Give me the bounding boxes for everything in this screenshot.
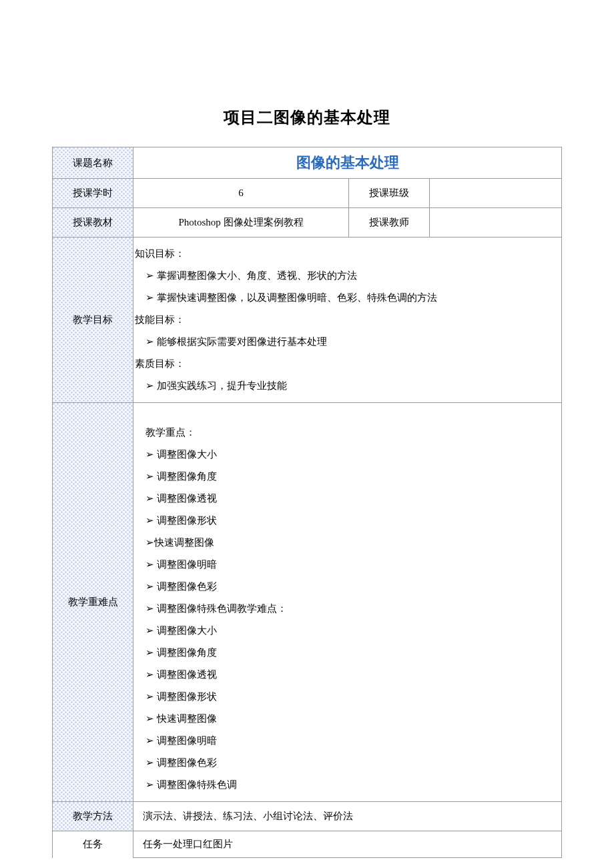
key-point-7: ➢ 调整图像色彩 (133, 576, 555, 598)
value-task: 任务一处理口红图片 (133, 831, 562, 858)
label-textbook: 授课教材 (53, 208, 133, 238)
row-topic: 课题名称 图像的基本处理 (53, 147, 562, 179)
label-teacher: 授课教师 (349, 208, 430, 238)
objectives-knowledge-heading: 知识目标： (133, 243, 555, 265)
spacer (133, 408, 555, 422)
objectives-quality-heading: 素质目标： (133, 353, 555, 375)
label-task: 任务 (53, 831, 133, 858)
label-class: 授课班级 (349, 179, 430, 208)
difficult-2: ➢ 调整图像角度 (133, 642, 555, 664)
difficult-7: ➢ 调整图像色彩 (133, 752, 555, 774)
difficult-8: ➢ 调整图像特殊色调 (133, 774, 555, 796)
key-point-4: ➢ 调整图像形状 (133, 510, 555, 532)
key-point-3: ➢ 调整图像透视 (133, 488, 555, 510)
objectives-knowledge-1: ➢ 掌握调整图像大小、角度、透视、形状的方法 (133, 265, 555, 287)
lesson-plan-table: 课题名称 图像的基本处理 授课学时 6 授课班级 授课教材 Photoshop … (52, 147, 562, 858)
row-task: 任务 任务一处理口红图片 (53, 831, 562, 858)
label-objectives: 教学目标 (53, 238, 133, 403)
objectives-quality-1: ➢ 加强实践练习，提升专业技能 (133, 375, 555, 397)
key-point-6: ➢ 调整图像明暗 (133, 554, 555, 576)
key-point-heading: 教学重点： (133, 422, 555, 444)
key-point-2: ➢ 调整图像角度 (133, 466, 555, 488)
key-point-5: ➢快速调整图像 (133, 532, 555, 554)
difficult-1: ➢ 调整图像大小 (133, 620, 555, 642)
label-key-difficult: 教学重难点 (53, 403, 133, 802)
difficult-4: ➢ 调整图像形状 (133, 686, 555, 708)
label-method: 教学方法 (53, 802, 133, 831)
objectives-knowledge-2: ➢ 掌握快速调整图像，以及调整图像明暗、色彩、特殊色调的方法 (133, 287, 555, 309)
difficult-5: ➢ 快速调整图像 (133, 708, 555, 730)
key-point-8: ➢ 调整图像特殊色调教学难点： (133, 598, 555, 620)
value-objectives: 知识目标： ➢ 掌握调整图像大小、角度、透视、形状的方法 ➢ 掌握快速调整图像，… (133, 238, 562, 403)
value-hours: 6 (133, 179, 349, 208)
value-textbook: Photoshop 图像处理案例教程 (133, 208, 349, 238)
value-key-difficult: 教学重点： ➢ 调整图像大小 ➢ 调整图像角度 ➢ 调整图像透视 ➢ 调整图像形… (133, 403, 562, 802)
value-teacher (430, 208, 562, 238)
difficult-6: ➢ 调整图像明暗 (133, 730, 555, 752)
difficult-3: ➢ 调整图像透视 (133, 664, 555, 686)
objectives-skill-heading: 技能目标： (133, 309, 555, 331)
key-point-1: ➢ 调整图像大小 (133, 444, 555, 466)
row-textbook: 授课教材 Photoshop 图像处理案例教程 授课教师 (53, 208, 562, 238)
value-method: 演示法、讲授法、练习法、小组讨论法、评价法 (133, 802, 562, 831)
row-key-difficult: 教学重难点 教学重点： ➢ 调整图像大小 ➢ 调整图像角度 ➢ 调整图像透视 ➢… (53, 403, 562, 802)
value-topic: 图像的基本处理 (133, 147, 562, 179)
objectives-skill-1: ➢ 能够根据实际需要对图像进行基本处理 (133, 331, 555, 353)
value-class (430, 179, 562, 208)
label-hours: 授课学时 (53, 179, 133, 208)
page-title: 项目二图像的基本处理 (52, 107, 562, 128)
row-objectives: 教学目标 知识目标： ➢ 掌握调整图像大小、角度、透视、形状的方法 ➢ 掌握快速… (53, 238, 562, 403)
row-method: 教学方法 演示法、讲授法、练习法、小组讨论法、评价法 (53, 802, 562, 831)
row-hours: 授课学时 6 授课班级 (53, 179, 562, 208)
page: 项目二图像的基本处理 课题名称 图像的基本处理 授课学时 6 授课班级 授课教材… (0, 0, 614, 858)
label-topic-name: 课题名称 (53, 147, 133, 179)
